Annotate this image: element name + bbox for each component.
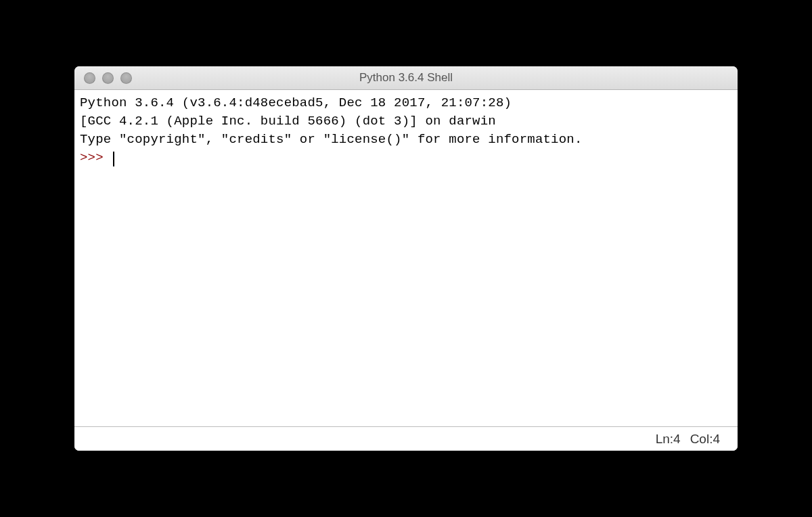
text-cursor (113, 152, 114, 166)
status-col-value: 4 (713, 432, 720, 447)
status-line-value: 4 (673, 432, 681, 447)
status-col: Col: 4 (690, 432, 720, 447)
shell-line-2: [GCC 4.2.1 (Apple Inc. build 5666) (dot … (80, 114, 496, 129)
shell-content[interactable]: Python 3.6.4 (v3.6.4:d48ecebad5, Dec 18 … (74, 90, 738, 426)
traffic-lights (74, 72, 132, 84)
statusbar: Ln: 4 Col: 4 (74, 426, 738, 451)
zoom-button[interactable] (120, 72, 132, 84)
close-button[interactable] (84, 72, 95, 84)
shell-prompt: >>> (80, 150, 111, 165)
shell-window: Python 3.6.4 Shell Python 3.6.4 (v3.6.4:… (74, 66, 738, 451)
minimize-button[interactable] (102, 72, 114, 84)
window-title: Python 3.6.4 Shell (74, 71, 738, 85)
status-line: Ln: 4 (656, 432, 681, 447)
shell-line-3: Type "copyright", "credits" or "license(… (80, 132, 583, 147)
titlebar[interactable]: Python 3.6.4 Shell (74, 66, 738, 90)
shell-line-1: Python 3.6.4 (v3.6.4:d48ecebad5, Dec 18 … (80, 95, 512, 110)
status-col-label: Col: (690, 432, 713, 447)
status-line-label: Ln: (656, 432, 673, 447)
